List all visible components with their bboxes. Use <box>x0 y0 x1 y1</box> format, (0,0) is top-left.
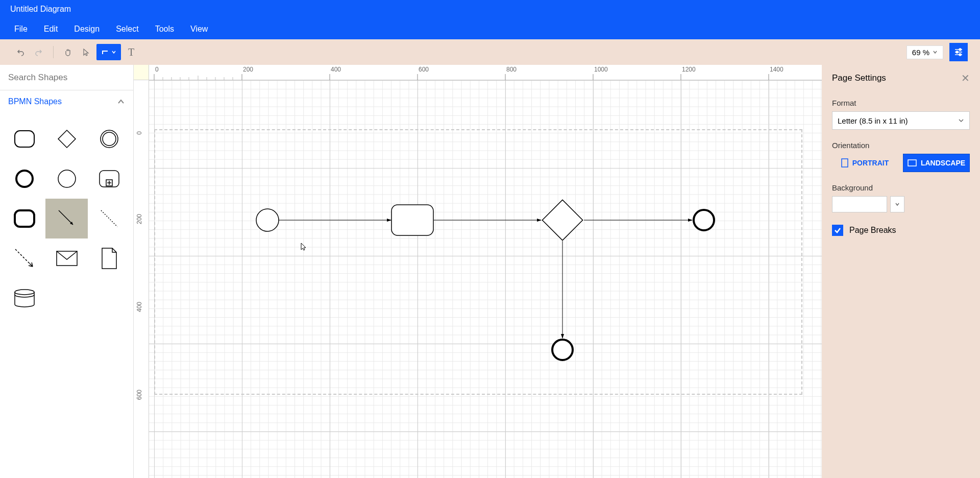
ruler-horizontal: 0 200 400 600 800 1000 1200 1400 <box>149 65 822 80</box>
svg-point-8 <box>101 130 118 148</box>
pagebreaks-checkbox[interactable] <box>832 225 843 236</box>
menu-select[interactable]: Select <box>108 20 146 38</box>
menu-tools[interactable]: Tools <box>147 20 182 38</box>
canvas-viewport[interactable] <box>149 80 822 478</box>
svg-rect-6 <box>15 131 34 147</box>
shape-intermediate-event[interactable] <box>88 119 130 159</box>
menu-view[interactable]: View <box>182 20 216 38</box>
settings-panel-toggle[interactable] <box>949 43 968 61</box>
start-event-node[interactable] <box>256 209 279 231</box>
connector-tool-button[interactable] <box>96 44 121 60</box>
shapes-panel: BPMN Shapes <box>0 65 134 478</box>
toolbar: T 69 % <box>0 39 980 65</box>
svg-line-19 <box>15 249 30 264</box>
page-settings-panel: Page Settings ✕ Format Letter (8.5 in x … <box>822 65 980 478</box>
app-header: Untitled Diagram File Edit Design Select… <box>0 0 980 39</box>
chevron-down-icon <box>111 50 116 55</box>
chevron-up-icon <box>117 98 125 106</box>
redo-button[interactable] <box>31 44 47 60</box>
category-toggle-bpmn[interactable]: BPMN Shapes <box>0 90 133 113</box>
svg-point-21 <box>15 290 34 295</box>
shape-message-flow[interactable] <box>3 238 45 278</box>
svg-point-10 <box>16 171 33 187</box>
orientation-portrait-button[interactable]: PORTRAIT <box>832 154 898 172</box>
menu-design[interactable]: Design <box>66 20 108 38</box>
shape-sequence-flow[interactable] <box>45 199 88 238</box>
pan-tool-button[interactable] <box>60 44 76 60</box>
zoom-value: 69 % <box>912 48 929 57</box>
panel-title: Page Settings <box>832 73 886 83</box>
svg-line-17 <box>59 210 73 225</box>
background-label: Background <box>832 183 970 192</box>
svg-point-4 <box>956 51 958 53</box>
chevron-down-icon <box>895 202 900 207</box>
task-node[interactable] <box>391 205 433 235</box>
shapes-palette <box>0 113 133 324</box>
svg-point-3 <box>959 49 961 51</box>
sliders-icon <box>953 47 964 57</box>
pointer-tool-button[interactable] <box>78 44 94 60</box>
shape-activity[interactable] <box>3 199 45 238</box>
end-event-node[interactable] <box>694 210 714 230</box>
cursor-icon <box>300 243 308 251</box>
ruler-corner <box>134 65 149 80</box>
shape-message[interactable] <box>45 238 88 278</box>
toolbar-divider <box>53 46 54 58</box>
title-bar: Untitled Diagram <box>0 0 980 18</box>
svg-point-5 <box>959 54 961 56</box>
shape-end-event[interactable] <box>3 159 45 199</box>
format-select[interactable]: Letter (8.5 in x 11 in) <box>832 111 970 130</box>
menu-bar: File Edit Design Select Tools View <box>0 18 980 39</box>
svg-rect-16 <box>15 210 34 227</box>
gateway-node[interactable] <box>542 200 582 240</box>
background-color-swatch[interactable] <box>832 196 887 212</box>
shape-subprocess[interactable] <box>88 159 130 199</box>
search-shapes-input[interactable] <box>8 73 125 83</box>
canvas[interactable]: 0 200 400 600 800 1000 1200 1400 0 200 4… <box>134 65 822 478</box>
search-shapes-box <box>0 65 133 90</box>
ruler-vertical: 0 200 400 600 <box>134 80 149 478</box>
orientation-landscape-button[interactable]: LANDSCAPE <box>903 154 970 172</box>
svg-line-18 <box>101 210 117 227</box>
shape-data-object[interactable] <box>88 238 130 278</box>
shape-datasource[interactable] <box>3 278 45 318</box>
category-label: BPMN Shapes <box>8 97 62 106</box>
end-event-node[interactable] <box>552 340 573 360</box>
svg-rect-40 <box>908 160 916 166</box>
document-title: Untitled Diagram <box>10 5 71 14</box>
diagram-layer <box>149 80 822 478</box>
close-panel-button[interactable]: ✕ <box>961 72 970 84</box>
undo-button[interactable] <box>12 44 29 60</box>
text-tool-button[interactable]: T <box>123 44 139 60</box>
svg-rect-39 <box>842 159 848 167</box>
menu-file[interactable]: File <box>6 20 36 38</box>
portrait-icon <box>841 158 848 168</box>
svg-point-9 <box>103 132 116 146</box>
background-color-dropdown[interactable] <box>890 196 904 212</box>
shape-gateway[interactable] <box>45 119 88 159</box>
check-icon <box>834 227 841 234</box>
format-value: Letter (8.5 in x 11 in) <box>838 116 908 125</box>
menu-edit[interactable]: Edit <box>36 20 66 38</box>
svg-point-11 <box>58 170 76 187</box>
landscape-icon <box>908 159 917 166</box>
orientation-label: Orientation <box>832 141 970 150</box>
shape-task[interactable] <box>3 119 45 159</box>
pagebreaks-label: Page Breaks <box>849 226 896 235</box>
format-label: Format <box>832 99 970 107</box>
chevron-down-icon <box>933 50 938 55</box>
svg-rect-7 <box>58 130 76 148</box>
shape-association[interactable] <box>88 199 130 238</box>
zoom-level[interactable]: 69 % <box>906 45 943 59</box>
chevron-down-icon <box>958 117 964 124</box>
shape-start-event[interactable] <box>45 159 88 199</box>
